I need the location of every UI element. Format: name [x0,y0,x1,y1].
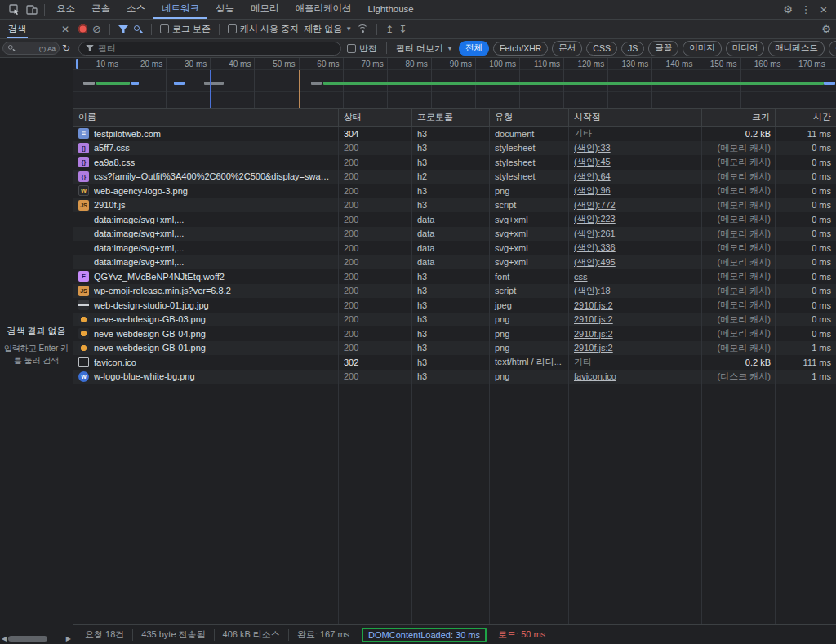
initiator-link[interactable]: 2910f.js:2 [574,343,613,353]
network-request-row[interactable]: web-design-studio-01.jpg.jpg200h3jpeg291… [73,298,836,313]
scroll-right-icon[interactable]: ▶ [66,635,71,642]
cell-size: (메모리 캐시) [702,141,776,156]
export-har-icon[interactable]: ↧ [398,24,407,35]
search-input[interactable]: (*) Aa [2,42,60,55]
tab-메모리[interactable]: 메모리 [242,0,287,19]
column-header-크기[interactable]: 크기 [702,109,776,126]
disable-cache-checkbox[interactable]: 캐시 사용 중지 [228,23,299,35]
chip-글꼴[interactable]: 글꼴 [648,41,678,56]
network-request-row[interactable]: JSwp-emoji-release.min.js?ver=6.8.2200h3… [73,284,836,299]
clear-icon[interactable]: ⊘ [92,23,101,35]
tab-네트워크[interactable]: 네트워크 [153,0,207,19]
column-header-시간[interactable]: 시간 [776,109,836,126]
scroll-left-icon[interactable]: ◀ [2,635,7,642]
more-menu-icon[interactable]: ⋮ [797,2,815,18]
network-settings-gear-icon[interactable]: ⚙ [821,24,831,34]
tab-소스[interactable]: 소스 [118,0,153,19]
chip-미디어[interactable]: 미디어 [726,41,765,56]
search-network-icon[interactable] [133,24,143,34]
network-request-row[interactable]: data:image/svg+xml,...200datasvg+xml(색인)… [73,212,836,227]
network-request-row[interactable]: data:image/svg+xml,...200datasvg+xml(색인)… [73,255,836,270]
tab-Lighthouse[interactable]: Lighthouse [360,0,422,19]
initiator-link[interactable]: (색인):18 [574,285,611,297]
regex-toggle[interactable]: (*) [39,45,46,52]
network-request-row[interactable]: data:image/svg+xml,...200datasvg+xml(색인)… [73,241,836,255]
device-toolbar-icon[interactable] [23,2,41,18]
network-request-row[interactable]: wweb-agency-logo-3.png200h3png(색인):96(메모… [73,184,836,198]
more-filters-button[interactable]: 필터 더보기▼ [396,42,453,55]
cell-protocol: data [412,212,490,227]
network-request-row[interactable]: favicon.ico302h3text/html / 리디...기타0.2 k… [73,355,836,370]
close-search-icon[interactable]: ✕ [61,24,69,35]
initiator-link[interactable]: (색인):96 [574,184,611,197]
initiator-link[interactable]: 2910f.js:2 [574,300,613,310]
network-request-row[interactable]: neve-webdesign-GB-04.png200h3png2910f.js… [73,326,836,341]
initiator-link[interactable]: (색인):261 [574,228,616,240]
initiator-link[interactable]: 2910f.js:2 [574,329,613,339]
chip-JS[interactable]: JS [621,42,644,56]
cell-type: stylesheet [490,170,569,184]
initiator-link[interactable]: (색인):45 [574,156,611,168]
network-request-row[interactable]: data:image/svg+xml,...200datasvg+xml(색인)… [73,227,836,242]
network-request-row[interactable]: {}css?family=Outfit%3A400%2C600%2C500&di… [73,170,836,184]
chip-매니페스트[interactable]: 매니페스트 [768,41,825,56]
search-refresh-icon[interactable]: ↻ [62,42,70,54]
scrollbar-thumb[interactable] [8,636,47,642]
initiator-link[interactable]: css [574,272,588,282]
inspect-element-icon[interactable] [5,2,23,18]
initiator-link[interactable]: (색인):64 [574,171,611,183]
preserve-log-checkbox[interactable]: 로그 보존 [160,23,211,35]
column-header-시작점[interactable]: 시작점 [569,109,702,126]
network-overview[interactable]: 10 ms20 ms30 ms40 ms50 ms60 ms70 ms80 ms… [73,58,836,109]
invert-filter-checkbox[interactable]: 반전 [347,42,377,55]
column-header-프로토콜[interactable]: 프로토콜 [412,109,490,126]
throttling-select[interactable]: 제한 없음▼ [304,23,352,35]
chip-문서[interactable]: 문서 [552,41,582,56]
tab-애플리케이션[interactable]: 애플리케이션 [287,0,360,19]
initiator-link[interactable]: (색인):33 [574,142,611,154]
network-request-row[interactable]: neve-webdesign-GB-01.png200h3png2910f.js… [73,341,836,356]
cell-initiator: 기타 [569,355,702,370]
domcontentloaded-line [210,70,211,108]
close-devtools-icon[interactable]: × [815,2,833,18]
column-header-이름[interactable]: 이름 [73,109,339,126]
initiator-link[interactable]: 2910f.js:2 [574,314,613,324]
chip-CSS[interactable]: CSS [586,42,617,56]
tab-search[interactable]: 검색 [7,20,28,38]
network-request-row[interactable]: Ww-logo-blue-white-bg.png200h3pngfavicon… [73,370,836,384]
match-case-toggle[interactable]: Aa [47,45,56,52]
overview-drag-handle[interactable] [76,59,78,69]
record-button[interactable] [78,24,87,33]
chip-전체[interactable]: 전체 [459,41,489,56]
network-conditions-icon[interactable] [357,24,368,33]
initiator-link[interactable]: (색인):223 [574,213,616,225]
chip-이미지[interactable]: 이미지 [683,41,722,56]
tab-콘솔[interactable]: 콘솔 [83,0,118,19]
toolbar-separator [219,24,220,35]
initiator-link[interactable]: (색인):336 [574,242,616,254]
network-request-row[interactable]: ≡testpilotweb.com304h3document기타0.2 kB11… [73,127,836,141]
settings-gear-icon[interactable]: ⚙ [779,2,797,18]
network-request-row[interactable]: {}a5ff7.css200h3stylesheet(색인):33(메모리 캐시… [73,141,836,156]
network-request-row[interactable]: FQGYvz_MVcBeNP4NJtEtq.woff2200h3fontcss(… [73,269,836,284]
sidebar-horizontal-scrollbar[interactable]: ◀ ▶ [0,633,73,644]
type-value: stylesheet [495,143,536,153]
import-har-icon[interactable]: ↥ [385,24,394,35]
filter-input[interactable]: 필터 [78,42,341,56]
network-request-row[interactable]: JS2910f.js200h3script(색인):772(메모리 캐시)0 m… [73,198,836,213]
network-request-row[interactable]: {}ea9a8.css200h3stylesheet(색인):45(메모리 캐시… [73,155,836,170]
column-header-상태[interactable]: 상태 [339,109,412,126]
initiator-link[interactable]: (색인):772 [574,199,616,211]
chip-소켓[interactable]: 소켓 [829,41,836,56]
network-request-row[interactable]: neve-webdesign-GB-03.png200h3png2910f.js… [73,313,836,327]
scrollbar-track[interactable] [8,636,64,642]
tab-성능[interactable]: 성능 [207,0,242,19]
chip-Fetch/XHR[interactable]: Fetch/XHR [493,42,548,56]
column-header-유형[interactable]: 유형 [490,109,569,126]
filter-toggle-icon[interactable] [118,25,128,33]
tab-요소[interactable]: 요소 [48,0,83,19]
initiator-link[interactable]: favicon.ico [574,371,616,381]
cell-name: data:image/svg+xml,... [73,241,339,255]
cell-status: 200 [339,141,412,156]
initiator-link[interactable]: (색인):495 [574,256,616,269]
